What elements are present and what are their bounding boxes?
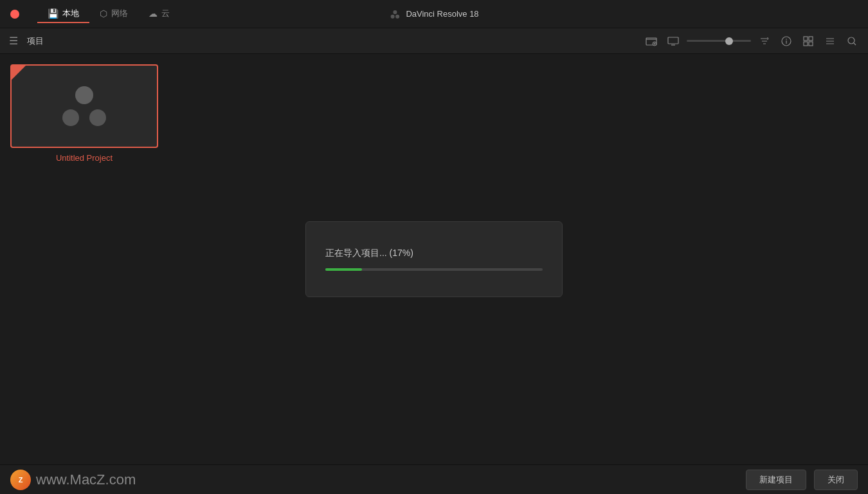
tab-cloud[interactable]: ☁ 云 <box>138 5 180 23</box>
titlebar-center: DaVinci Resolve 18 <box>389 8 478 20</box>
dots-top-row <box>75 86 93 104</box>
monitor-button[interactable] <box>665 33 682 50</box>
zoom-slider-knob[interactable] <box>725 37 733 45</box>
svg-point-2 <box>395 14 399 18</box>
sidebar-toggle-button[interactable]: ☰ <box>8 35 19 47</box>
search-icon <box>847 36 857 46</box>
svg-point-1 <box>391 14 395 18</box>
macz-url-text: www.MacZ.com <box>36 471 136 488</box>
thumbnail-corner-badge <box>12 66 26 80</box>
new-folder-button[interactable] <box>643 33 660 50</box>
svg-point-0 <box>393 10 397 14</box>
resolve-logo-dots <box>62 86 106 126</box>
grid-view-icon <box>803 36 813 46</box>
bottom-right: 新建项目 关闭 <box>746 470 858 490</box>
close-button[interactable]: 关闭 <box>814 470 858 490</box>
bottom-left: Z www.MacZ.com <box>10 470 136 490</box>
resolve-logo-icon <box>389 8 401 20</box>
tab-network[interactable]: ⬡ 网络 <box>89 5 138 23</box>
tab-local[interactable]: 💾 本地 <box>37 5 89 23</box>
tab-network-label: 网络 <box>111 8 128 19</box>
tab-local-label: 本地 <box>62 8 79 19</box>
network-icon: ⬡ <box>100 8 107 19</box>
dot-top <box>75 86 93 104</box>
svg-rect-11 <box>809 42 813 46</box>
svg-point-7 <box>786 39 787 40</box>
titlebar-tabs: 💾 本地 ⬡ 网络 ☁ 云 <box>37 5 180 23</box>
dots-bottom-row <box>62 109 106 126</box>
progress-dialog: 正在导入项目... (17%) <box>305 221 563 297</box>
bottombar: Z www.MacZ.com 新建项目 关闭 <box>0 464 868 494</box>
titlebar-left: × 💾 本地 ⬡ 网络 ☁ 云 <box>10 5 180 23</box>
macz-badge-label: Z <box>19 476 23 484</box>
new-folder-icon <box>646 35 657 47</box>
svg-point-12 <box>848 37 854 44</box>
grid-view-button[interactable] <box>800 33 817 50</box>
dot-bottom-right <box>89 109 106 126</box>
titlebar: × 💾 本地 ⬡ 网络 ☁ 云 DaVinci Resolve 18 <box>0 0 868 28</box>
info-icon <box>781 36 791 46</box>
list-view-button[interactable] <box>822 33 838 50</box>
project-thumbnail <box>10 64 158 148</box>
svg-rect-9 <box>809 37 813 41</box>
progress-bar-fill <box>325 268 362 271</box>
info-button[interactable] <box>778 33 795 50</box>
progress-bar-track <box>325 268 543 271</box>
toolbar: ☰ 项目 <box>0 28 868 54</box>
main-content: Untitled Project 正在导入项目... (17%) <box>0 54 868 464</box>
zoom-slider[interactable] <box>687 40 751 42</box>
progress-text: 正在导入项目... (17%) <box>325 248 543 259</box>
macz-badge-icon: Z <box>10 470 31 490</box>
svg-rect-10 <box>804 42 808 46</box>
zoom-slider-container <box>687 40 751 42</box>
cloud-icon: ☁ <box>149 8 158 19</box>
sort-button[interactable] <box>756 33 773 50</box>
monitor-icon <box>667 37 679 46</box>
local-drive-icon: 💾 <box>48 8 59 19</box>
list-view-icon <box>825 36 835 46</box>
project-card[interactable]: Untitled Project <box>10 64 158 163</box>
new-project-button[interactable]: 新建项目 <box>746 470 806 490</box>
tab-cloud-label: 云 <box>161 8 170 19</box>
dot-bottom-left <box>62 109 79 126</box>
toolbar-label: 项目 <box>27 35 44 47</box>
sort-icon <box>759 36 770 46</box>
search-button[interactable] <box>844 33 860 50</box>
svg-rect-5 <box>668 37 678 44</box>
close-window-button[interactable]: × <box>10 10 19 19</box>
svg-rect-8 <box>804 37 808 41</box>
project-name-label: Untitled Project <box>56 153 113 163</box>
app-title: DaVinci Resolve 18 <box>406 9 478 19</box>
